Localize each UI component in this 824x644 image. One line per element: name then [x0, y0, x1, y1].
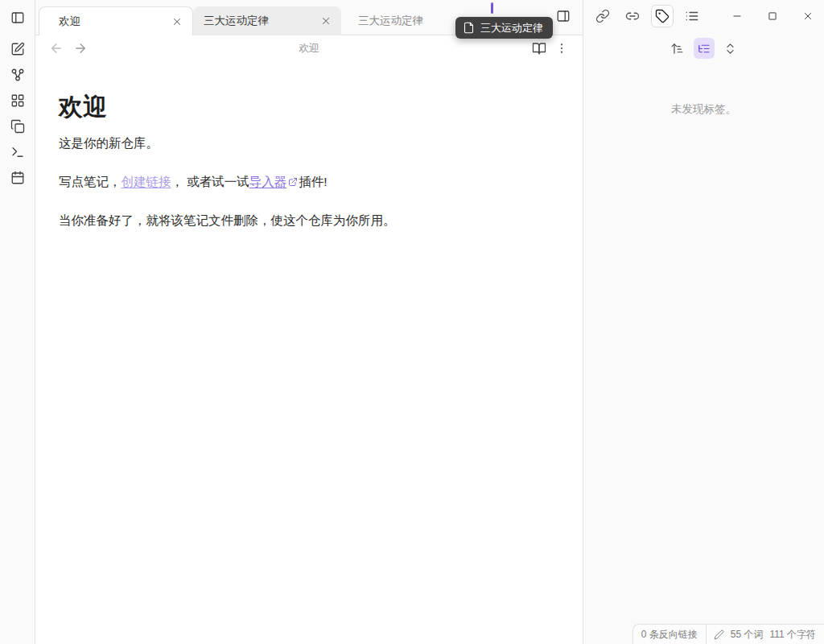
backlinks-tab-button[interactable] [591, 5, 614, 27]
chevrons-up-down-icon [723, 42, 737, 56]
status-bar: 0 条反向链接 55 个词 111 个字符 [632, 624, 824, 644]
copy-icon [10, 119, 25, 134]
toggle-right-sidebar-button[interactable] [552, 5, 575, 27]
sort-order-button[interactable] [667, 38, 688, 59]
arrow-left-icon [49, 41, 64, 56]
ribbon-actions [6, 38, 29, 189]
canvas-grid-icon [10, 93, 25, 108]
open-command-palette-button[interactable] [6, 141, 29, 163]
word-count-group: 55 个词 111 个字符 [707, 628, 824, 642]
collapse-all-button[interactable] [720, 38, 741, 59]
tags-pane-header [583, 38, 824, 59]
calendar-icon [10, 171, 25, 185]
view-header: 欢迎 [35, 35, 583, 61]
close-icon [320, 15, 332, 27]
backlink-icon [595, 9, 610, 23]
tags-tab-button[interactable] [651, 5, 674, 27]
obsidian-window: 欢迎 三大运动定律 三大运动定律 [0, 0, 824, 644]
file-icon [463, 22, 475, 34]
sort-ascending-icon [670, 42, 684, 56]
close-icon [802, 10, 814, 22]
importer-link[interactable]: 导入器 [249, 175, 287, 188]
right-sidebar-tabs [591, 5, 703, 27]
main-workspace: 欢迎 三大运动定律 三大运动定律 [35, 0, 583, 644]
tab-drag-tooltip: 三大运动定律 [455, 17, 553, 39]
maximize-icon [767, 10, 778, 22]
more-options-button[interactable] [552, 39, 571, 58]
left-ribbon [0, 0, 35, 644]
drag-tooltip-label: 三大运动定律 [480, 21, 543, 35]
tab-label: 欢迎 [59, 14, 168, 29]
paragraph-text: 写点笔记， [59, 175, 122, 188]
back-button[interactable] [47, 39, 66, 58]
external-link-icon [288, 177, 298, 187]
tab-three-laws-2-dragging[interactable]: 三大运动定律 [341, 6, 447, 35]
new-canvas-button[interactable] [6, 89, 29, 112]
outline-tab-button[interactable] [681, 5, 703, 27]
book-open-icon [532, 41, 546, 56]
minimize-button[interactable] [726, 5, 748, 27]
toggle-left-sidebar-button[interactable] [6, 6, 29, 29]
word-count: 55 个词 [731, 628, 764, 642]
note-paragraph-3: 当你准备好了，就将该笔记文件删除，使这个仓库为你所用。 [59, 211, 534, 229]
close-window-button[interactable] [797, 5, 819, 27]
open-graph-button[interactable] [6, 64, 29, 86]
view-header-actions [529, 35, 571, 61]
note-heading: 欢迎 [59, 92, 534, 122]
outgoing-link-icon [625, 9, 640, 23]
note-paragraph-2: 写点笔记，创建链接， 或者试一试导入器插件! [59, 172, 534, 191]
paragraph-text: ， 或者试一试 [171, 175, 249, 188]
tab-welcome[interactable]: 欢迎 [39, 6, 193, 35]
right-sidebar: 未发现标签。 0 条反向链接 55 个词 111 个字符 [583, 0, 824, 644]
note-editor[interactable]: 欢迎 这是你的新仓库。 写点笔记，创建链接， 或者试一试导入器插件! 当你准备好… [35, 61, 583, 644]
graph-icon [10, 68, 25, 82]
window-controls [726, 5, 819, 27]
minimize-icon [731, 10, 743, 22]
char-count: 111 个字符 [769, 628, 816, 642]
reading-mode-button[interactable] [529, 39, 549, 58]
terminal-icon [10, 145, 25, 159]
view-title: 欢迎 [35, 35, 583, 61]
tag-hierarchy-icon [697, 42, 711, 56]
tab-close-button[interactable] [317, 12, 335, 30]
tab-label: 三大运动定律 [204, 14, 317, 28]
close-icon [171, 16, 183, 27]
list-icon [685, 9, 699, 23]
insert-template-button[interactable] [6, 115, 29, 138]
panel-left-icon [10, 10, 25, 25]
forward-button[interactable] [71, 39, 90, 58]
pencil-icon [714, 630, 724, 640]
outgoing-links-tab-button[interactable] [621, 5, 644, 27]
backlink-count[interactable]: 0 条反向链接 [633, 625, 707, 644]
tab-drop-indicator [491, 2, 493, 14]
tag-icon [655, 9, 670, 23]
tab-three-laws-1[interactable]: 三大运动定律 [193, 6, 341, 35]
more-vertical-icon [555, 42, 568, 55]
tab-label: 三大运动定律 [358, 14, 441, 28]
tags-empty-message: 未发现标签。 [583, 102, 824, 117]
nested-tags-button[interactable] [694, 38, 715, 59]
panel-right-icon [556, 9, 571, 23]
note-pencil-icon [10, 42, 25, 56]
create-link-link[interactable]: 创建链接 [122, 175, 171, 188]
nav-history [47, 35, 90, 61]
arrow-right-icon [73, 41, 88, 56]
maximize-button[interactable] [761, 5, 784, 27]
note-paragraph-1: 这是你的新仓库。 [59, 134, 534, 152]
paragraph-text: 插件! [299, 175, 327, 188]
open-daily-note-button[interactable] [6, 167, 29, 189]
new-note-button[interactable] [6, 38, 29, 60]
tab-close-button[interactable] [168, 13, 186, 31]
